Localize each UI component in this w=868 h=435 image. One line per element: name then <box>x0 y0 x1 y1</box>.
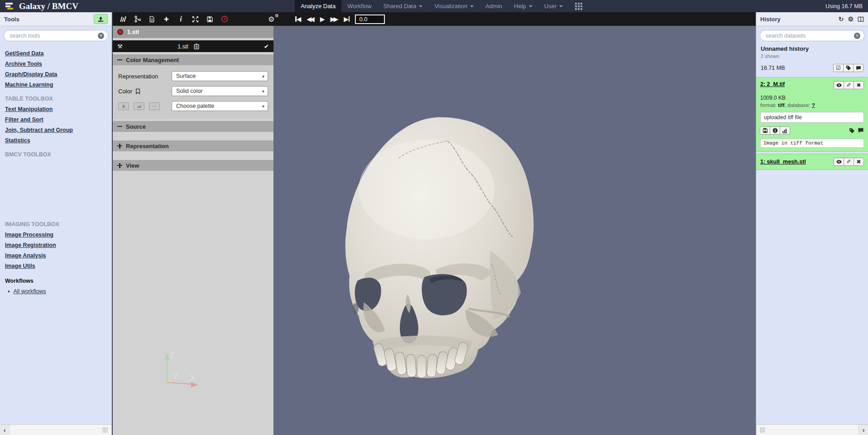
tool-section-link[interactable]: Text Manipulation <box>5 106 107 112</box>
tools-search-clear-icon[interactable]: × <box>98 33 104 39</box>
tools-search-input[interactable] <box>4 30 108 41</box>
history-options-gear-icon[interactable]: ⚙ <box>848 15 854 23</box>
nav-admin[interactable]: Admin <box>480 0 508 12</box>
more-options-button[interactable]: ⋯ <box>149 102 160 110</box>
nav-workflow[interactable]: Workflow <box>341 0 377 12</box>
tools-wrench-icon[interactable]: ⚒ <box>117 43 123 50</box>
3d-viewport[interactable] <box>273 26 756 435</box>
brand[interactable]: Galaxy / BMCV <box>0 0 83 12</box>
tool-section-link[interactable]: Filter and Sort <box>5 116 107 123</box>
collapse-tools-panel-button[interactable]: ‹ <box>0 425 9 435</box>
fast-forward-button[interactable]: ▶▶ <box>331 16 339 22</box>
nav-help[interactable]: Help <box>508 0 538 12</box>
galaxy-logo-icon <box>5 2 15 10</box>
section-color-management[interactable]: Color Management <box>113 54 273 65</box>
add-icon[interactable]: ✚ <box>163 15 170 23</box>
tools-title: Tools <box>4 16 19 23</box>
dataset-buttons: ✎ ✖ <box>834 81 864 89</box>
tool-section-link[interactable]: Statistics <box>5 137 107 144</box>
dataset-title-link[interactable]: 1: skull_mesh.stl <box>760 159 806 165</box>
tool-section-link[interactable]: Graph/Display Data <box>5 71 107 77</box>
bookmark-icon[interactable] <box>135 88 140 94</box>
skip-to-start-button[interactable]: ◀ <box>295 16 301 22</box>
tool-section-link[interactable]: Get/Send Data <box>5 50 107 57</box>
selected-dataset-row[interactable]: ⚒ 1.stl ✔ <box>113 40 273 52</box>
fullscreen-icon[interactable] <box>192 15 199 23</box>
section-source[interactable]: Source <box>113 121 273 132</box>
dataset-tab[interactable]: 1.stl <box>113 26 273 38</box>
dataset-item-1[interactable]: 1: skull_mesh.stl ✎ ✖ <box>756 154 868 170</box>
tools-footer-track[interactable] <box>9 425 112 435</box>
nav-analyze-data[interactable]: Analyze Data <box>295 0 341 12</box>
tool-section-link[interactable]: Image Processing <box>5 232 107 238</box>
history-name[interactable]: Unnamed history <box>761 45 863 52</box>
refresh-icon[interactable]: ↻ <box>839 15 844 23</box>
dataset-tags-icon[interactable] <box>849 128 855 134</box>
tool-section-link[interactable]: Join, Subtract and Group <box>5 127 107 133</box>
multi-view-columns-icon[interactable] <box>858 16 864 22</box>
collapse-icon <box>117 58 122 63</box>
select-items-button[interactable]: ☑ <box>833 64 844 72</box>
skip-to-end-button[interactable]: ▶ <box>344 16 350 22</box>
document-icon[interactable] <box>148 15 156 23</box>
edit-pencil-button[interactable]: ✎ <box>844 158 854 166</box>
palette-select[interactable]: Choose palette <box>172 101 268 111</box>
tags-button[interactable] <box>843 64 854 72</box>
resize-grip[interactable] <box>103 427 108 433</box>
edit-pencil-button[interactable]: ✎ <box>844 81 854 89</box>
trash-icon[interactable] <box>194 43 199 49</box>
representation-select[interactable]: Surface <box>172 71 268 81</box>
tool-section-link[interactable]: Image Utils <box>5 263 107 269</box>
dataset-annotation-icon[interactable] <box>858 128 864 133</box>
delete-x-button[interactable]: ✖ <box>854 158 864 166</box>
tools-panel-footer: ‹ <box>0 424 112 435</box>
workflows-heading: Workflows <box>5 278 107 284</box>
dataset-title-link[interactable]: 2: 2_M.tif <box>760 81 785 87</box>
display-eye-button[interactable] <box>834 158 844 166</box>
area-chart-button[interactable] <box>134 102 144 110</box>
color-mode-select[interactable]: Solid color <box>172 86 268 96</box>
info-icon[interactable]: i <box>177 15 185 23</box>
tool-section-link[interactable]: Archive Tools <box>5 61 107 67</box>
selected-dataset-label: 1.stl <box>177 43 188 50</box>
visualize-chart-button[interactable] <box>780 126 790 135</box>
annotation-button[interactable] <box>853 64 863 72</box>
viewer-toolbar: ✚ i ⚙⚙ ◀ ◀◀ ▶ ▶▶ <box>113 12 756 26</box>
history-search-clear-icon[interactable]: × <box>854 33 860 39</box>
empty-toolbox-space <box>5 161 107 213</box>
delete-x-button[interactable]: ✖ <box>854 81 864 89</box>
dataset-info-button[interactable] <box>770 126 780 135</box>
history-footer-track[interactable] <box>756 425 859 435</box>
apps-grid-icon[interactable] <box>575 3 582 10</box>
dataset-item-2[interactable]: 2: 2_M.tif ✎ ✖ 1009.0 KB format: tiff, d… <box>756 77 868 152</box>
tool-section-link[interactable]: Machine Learning <box>5 82 107 88</box>
play-button[interactable]: ▶ <box>320 16 325 22</box>
section-view[interactable]: View <box>113 160 273 171</box>
all-workflows-link[interactable]: All workflows <box>8 288 107 295</box>
upload-button[interactable] <box>94 14 108 24</box>
download-save-button[interactable] <box>760 126 770 135</box>
history-empty-space <box>756 170 868 424</box>
nav-shared-data[interactable]: Shared Data <box>377 0 428 12</box>
expand-icon <box>117 144 122 149</box>
time-value-input[interactable] <box>355 14 385 24</box>
nav-user[interactable]: User <box>538 0 569 12</box>
hierarchy-icon[interactable] <box>134 15 141 23</box>
tool-section-link[interactable]: Image Analysis <box>5 252 107 259</box>
rewind-button[interactable]: ◀◀ <box>307 16 315 22</box>
droplet-button[interactable] <box>118 102 129 110</box>
settings-gears-icon[interactable]: ⚙⚙ <box>268 15 279 24</box>
viewer-settings-panel: 1.stl ⚒ 1.stl ✔ Color Manag <box>113 26 273 435</box>
collapse-history-panel-button[interactable]: › <box>859 425 868 435</box>
tool-section-link[interactable]: Image Registration <box>5 242 107 248</box>
charts-icon[interactable] <box>119 15 127 23</box>
history-search-input[interactable] <box>760 30 864 41</box>
section-representation[interactable]: Representation <box>113 140 273 151</box>
display-eye-button[interactable] <box>834 81 844 89</box>
resize-grip[interactable] <box>760 427 765 433</box>
database-link[interactable]: ? <box>812 102 815 108</box>
nav-visualization[interactable]: Visualization <box>428 0 480 12</box>
dataset-tool-buttons <box>760 126 790 135</box>
clock-icon[interactable] <box>221 15 228 23</box>
save-icon[interactable] <box>206 15 214 23</box>
